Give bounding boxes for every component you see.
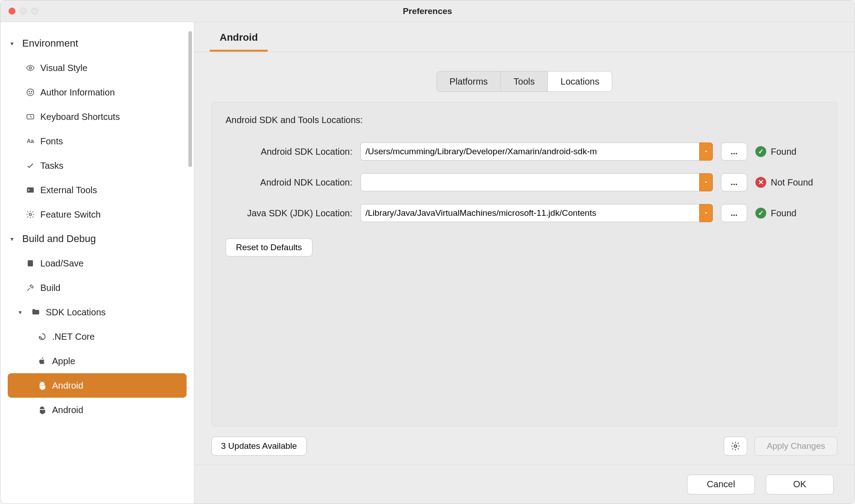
sidebar-item-sdk-locations[interactable]: ▾ SDK Locations [0, 300, 194, 324]
check-circle-icon: ✓ [755, 208, 766, 219]
sidebar-item-feature-switch[interactable]: Feature Switch [0, 202, 194, 227]
maximize-window-button[interactable] [31, 8, 38, 14]
svg-point-3 [31, 91, 32, 92]
field-status: ✓ Found [755, 146, 823, 157]
fonts-icon: Aa [25, 138, 36, 144]
minimize-window-button[interactable] [20, 8, 27, 14]
preferences-sidebar[interactable]: ▾ Environment Visual Style Author Inform… [0, 22, 194, 504]
reset-to-defaults-button[interactable]: Reset to Defaults [226, 238, 312, 257]
field-android-ndk: Android NDK Location: ... ✕ Not Found [226, 173, 823, 191]
svg-point-6 [29, 214, 32, 216]
sidebar-item-external-tools[interactable]: External Tools [0, 178, 194, 202]
field-label: Android SDK Location: [226, 147, 352, 157]
android-icon [37, 405, 48, 414]
gear-icon [25, 210, 36, 219]
svg-rect-4 [27, 114, 34, 119]
titlebar: Preferences [0, 0, 855, 22]
browse-button[interactable]: ... [721, 143, 747, 161]
android-ndk-input[interactable] [360, 173, 699, 191]
main-tab-android[interactable]: Android [210, 26, 268, 52]
sub-tab-tools[interactable]: Tools [501, 71, 548, 91]
android-ndk-combo [360, 173, 713, 191]
sub-tab-bar: Platforms Tools Locations [437, 71, 613, 92]
dropdown-button[interactable] [699, 143, 713, 161]
dropdown-button[interactable] [699, 204, 713, 222]
browse-button[interactable]: ... [721, 204, 747, 222]
window-title: Preferences [0, 6, 855, 16]
updates-available-button[interactable]: 3 Updates Available [211, 437, 307, 456]
sidebar-item-android[interactable]: Android [0, 398, 194, 422]
svg-point-1 [27, 89, 34, 96]
locations-panel: Android SDK and Tools Locations: Android… [211, 102, 837, 427]
gear-icon [730, 441, 740, 451]
svg-rect-5 [27, 187, 34, 193]
folder-icon [30, 308, 41, 317]
svg-point-2 [29, 91, 30, 92]
settings-gear-button[interactable] [724, 437, 747, 456]
chevron-down-icon: ▾ [10, 40, 18, 47]
svg-point-0 [29, 67, 32, 69]
traffic-lights [0, 8, 38, 14]
eye-icon [25, 63, 36, 72]
field-status: ✕ Not Found [755, 177, 823, 188]
field-status: ✓ Found [755, 208, 823, 219]
sidebar-item-tasks[interactable]: Tasks [0, 153, 194, 178]
browse-button[interactable]: ... [721, 173, 747, 191]
sidebar-section-environment[interactable]: ▾ Environment [0, 31, 194, 56]
android-sdk-combo [360, 143, 713, 161]
dialog-footer: Cancel OK [194, 465, 855, 504]
field-java-sdk: Java SDK (JDK) Location: ... ✓ Found [226, 204, 823, 222]
svg-point-8 [734, 445, 737, 447]
apply-changes-button[interactable]: Apply Changes [754, 437, 837, 456]
field-android-sdk: Android SDK Location: ... ✓ Found [226, 143, 823, 161]
main-footer: 3 Updates Available Apply Changes [211, 427, 837, 465]
book-icon [25, 259, 36, 268]
chevron-down-icon: ▾ [10, 235, 18, 242]
svg-rect-7 [28, 260, 33, 266]
field-label: Java SDK (JDK) Location: [226, 208, 352, 219]
sidebar-item-load-save[interactable]: Load/Save [0, 251, 194, 276]
android-sdk-input[interactable] [360, 143, 699, 161]
sidebar-item-keyboard-shortcuts[interactable]: Keyboard Shortcuts [0, 105, 194, 129]
chevron-down-icon: ▾ [19, 309, 26, 316]
check-circle-icon: ✓ [755, 146, 766, 157]
terminal-icon [25, 185, 36, 195]
smile-icon [25, 88, 36, 97]
sub-tab-locations[interactable]: Locations [548, 71, 612, 91]
keyboard-icon [25, 112, 36, 121]
sidebar-item-build[interactable]: Build [0, 276, 194, 300]
scrollbar-thumb[interactable] [188, 31, 192, 167]
cancel-button[interactable]: Cancel [687, 475, 755, 494]
x-circle-icon: ✕ [755, 177, 766, 188]
java-sdk-input[interactable] [360, 204, 699, 222]
sidebar-item-dotnet-core[interactable]: .NET Core [0, 324, 194, 349]
preferences-window: Preferences ▾ Environment Visual Style A… [0, 0, 855, 504]
sidebar-item-android-selected[interactable]: Android [8, 373, 187, 398]
sub-tab-platforms[interactable]: Platforms [437, 71, 501, 91]
dropdown-button[interactable] [699, 173, 713, 191]
java-sdk-combo [360, 204, 713, 222]
field-label: Android NDK Location: [226, 177, 352, 188]
hammer-icon [25, 283, 36, 292]
close-window-button[interactable] [9, 8, 15, 14]
sidebar-section-build-and-debug[interactable]: ▾ Build and Debug [0, 227, 194, 251]
android-icon [37, 381, 48, 390]
sidebar-item-author-information[interactable]: Author Information [0, 80, 194, 105]
sidebar-item-fonts[interactable]: Aa Fonts [0, 129, 194, 153]
dotnet-icon [37, 332, 48, 341]
ok-button[interactable]: OK [766, 475, 834, 494]
check-icon [25, 161, 36, 170]
sidebar-item-apple[interactable]: Apple [0, 349, 194, 373]
main-tab-bar: Android [194, 22, 855, 52]
apple-icon [37, 357, 48, 366]
sidebar-item-visual-style[interactable]: Visual Style [0, 56, 194, 80]
panel-heading: Android SDK and Tools Locations: [226, 115, 823, 125]
